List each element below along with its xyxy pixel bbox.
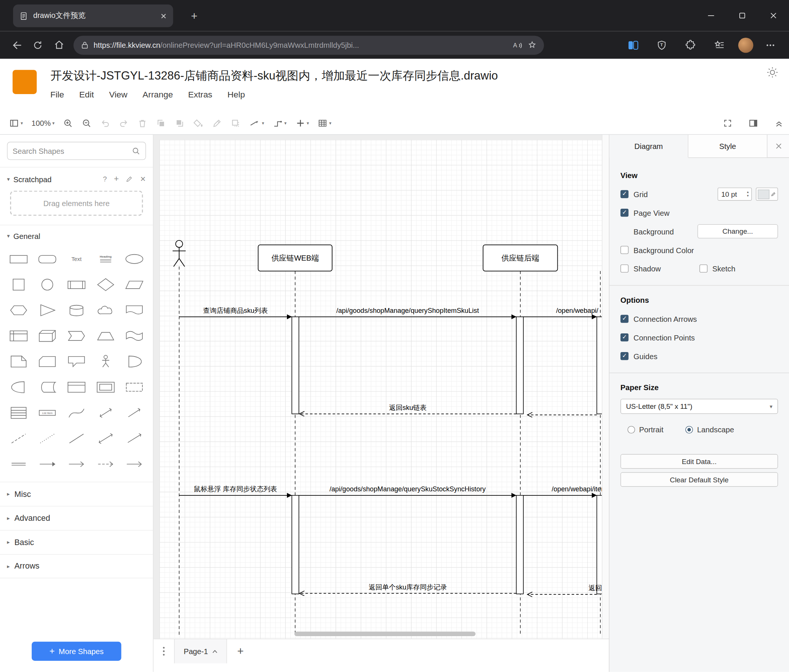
- delete-button[interactable]: [137, 118, 148, 128]
- pages-menu-icon[interactable]: [153, 639, 174, 663]
- shape-note-icon[interactable]: [4, 348, 33, 374]
- close-scratchpad-icon[interactable]: ✕: [140, 175, 146, 183]
- favorite-star-icon[interactable]: [527, 40, 537, 50]
- shape-rounded-rectangle-icon[interactable]: [33, 246, 62, 272]
- tab-close-icon[interactable]: [160, 12, 167, 19]
- shape-thin-arrow-edge-icon[interactable]: [62, 451, 91, 477]
- shape-heading-icon[interactable]: Heading: [91, 246, 120, 272]
- page-tab[interactable]: Page-1: [174, 639, 227, 663]
- shape-callout-icon[interactable]: [62, 348, 91, 374]
- activation-bar[interactable]: [292, 495, 299, 594]
- background-color-checkbox[interactable]: [621, 246, 629, 254]
- maximize-button[interactable]: [727, 0, 758, 31]
- read-aloud-icon[interactable]: A: [512, 40, 523, 50]
- fill-color-button[interactable]: [193, 118, 204, 128]
- shape-curve-icon[interactable]: [62, 400, 91, 425]
- shape-step-icon[interactable]: [62, 323, 91, 349]
- menu-help[interactable]: Help: [227, 90, 245, 100]
- grid-size-stepper[interactable]: ▲▼: [746, 191, 751, 198]
- landscape-radio[interactable]: [685, 425, 693, 433]
- shape-process-icon[interactable]: [62, 271, 91, 297]
- shape-arrow-icon[interactable]: [120, 400, 149, 425]
- shape-document-icon[interactable]: [120, 297, 149, 323]
- fullscreen-button[interactable]: [722, 118, 733, 128]
- change-background-button[interactable]: Change...: [698, 225, 778, 239]
- shape-cloud-icon[interactable]: [91, 297, 120, 323]
- favorites-bar-icon[interactable]: [709, 36, 728, 54]
- redo-button[interactable]: [119, 118, 129, 128]
- activation-bar[interactable]: [516, 495, 523, 594]
- shadow-button[interactable]: [231, 118, 241, 128]
- address-bar[interactable]: https://file.kkview.cn/onlinePreview?url…: [73, 35, 544, 54]
- shape-arrow-edge-icon[interactable]: [33, 451, 62, 477]
- shape-list-icon[interactable]: [4, 400, 33, 425]
- tab-style[interactable]: Style: [688, 135, 767, 158]
- vertical-scrollbar[interactable]: [602, 135, 609, 639]
- zoom-out-button[interactable]: [82, 118, 92, 128]
- shape-trapezoid-icon[interactable]: [91, 323, 120, 349]
- collapse-toolbar-button[interactable]: [774, 118, 784, 128]
- grid-checkbox[interactable]: [621, 190, 629, 198]
- shield-icon[interactable]: T: [652, 36, 671, 54]
- avatar[interactable]: [738, 37, 753, 52]
- view-pages-button[interactable]: ▾: [9, 118, 23, 128]
- menu-file[interactable]: File: [50, 90, 64, 100]
- shape-text-icon[interactable]: Text: [62, 246, 91, 272]
- shadow-checkbox[interactable]: [621, 265, 629, 273]
- edit-scratchpad-icon[interactable]: [126, 175, 133, 183]
- shape-triangle-icon[interactable]: [33, 297, 62, 323]
- shape-list-item-icon[interactable]: List Item: [33, 400, 62, 425]
- scratchpad-dropzone[interactable]: Drag elements here: [10, 191, 143, 216]
- search-box[interactable]: [7, 142, 146, 160]
- tab-diagram[interactable]: Diagram: [609, 135, 688, 158]
- shape-card-icon[interactable]: [33, 348, 62, 374]
- help-icon[interactable]: ?: [103, 175, 107, 183]
- shape-dashed-line-icon[interactable]: [4, 425, 33, 451]
- add-page-button[interactable]: +: [227, 639, 254, 663]
- menu-view[interactable]: View: [109, 90, 128, 100]
- shape-ellipse-icon[interactable]: [120, 246, 149, 272]
- canvas-area[interactable]: 供应链WEB端供应链后端查询店铺商品sku列表/api/goods/shopMa…: [153, 135, 609, 639]
- format-panel-button[interactable]: [748, 118, 759, 128]
- zoom-select[interactable]: 100%▾: [31, 119, 54, 127]
- shape-bidirectional-arrow-icon[interactable]: [91, 400, 120, 425]
- menu-arrange[interactable]: Arrange: [143, 90, 173, 100]
- split-screen-icon[interactable]: [623, 36, 642, 54]
- shape-diamond-icon[interactable]: [91, 271, 120, 297]
- shape-data-storage-icon[interactable]: [33, 374, 62, 400]
- activation-bar[interactable]: [597, 317, 602, 414]
- portrait-radio[interactable]: [628, 425, 635, 433]
- portrait-option[interactable]: Portrait: [628, 425, 663, 434]
- shape-rectangle-icon[interactable]: [4, 246, 33, 272]
- shape-line-icon[interactable]: [62, 425, 91, 451]
- sidebar-section-basic[interactable]: ▸Basic: [0, 530, 153, 554]
- shape-or-icon[interactable]: [120, 348, 149, 374]
- shape-cylinder-icon[interactable]: [62, 297, 91, 323]
- more-menu-icon[interactable]: [761, 36, 780, 54]
- theme-toggle-icon[interactable]: [766, 66, 779, 79]
- to-front-button[interactable]: [156, 118, 166, 128]
- landscape-option[interactable]: Landscape: [685, 425, 734, 434]
- edit-data-button[interactable]: Edit Data...: [621, 454, 778, 468]
- line-color-button[interactable]: [212, 118, 222, 128]
- extensions-icon[interactable]: [680, 36, 700, 54]
- activation-bar[interactable]: [597, 495, 602, 594]
- connection-style-button[interactable]: ▾: [249, 118, 264, 128]
- sidebar-section-misc[interactable]: ▸Misc: [0, 482, 153, 506]
- connection-points-checkbox[interactable]: [621, 333, 629, 342]
- sketch-checkbox[interactable]: [700, 265, 708, 273]
- activation-bar[interactable]: [292, 317, 299, 414]
- browser-tab[interactable]: drawio文件预览: [13, 5, 173, 27]
- page-view-checkbox[interactable]: [621, 209, 629, 217]
- sidebar-section-arrows[interactable]: ▸Arrows: [0, 554, 153, 578]
- scratchpad-header[interactable]: ▾ Scratchpad ? + ✕: [0, 168, 153, 189]
- connection-arrows-checkbox[interactable]: [621, 315, 629, 323]
- shape-cube-icon[interactable]: [33, 323, 62, 349]
- add-scratchpad-icon[interactable]: +: [114, 174, 119, 184]
- table-button[interactable]: ▾: [318, 118, 331, 128]
- panel-close-icon[interactable]: [768, 135, 789, 158]
- shape-open-arrow-edge-icon[interactable]: [120, 451, 149, 477]
- clear-default-style-button[interactable]: Clear Default Style: [621, 472, 778, 487]
- shape-container-icon[interactable]: [62, 374, 91, 400]
- shape-rough-rectangle-icon[interactable]: [120, 374, 149, 400]
